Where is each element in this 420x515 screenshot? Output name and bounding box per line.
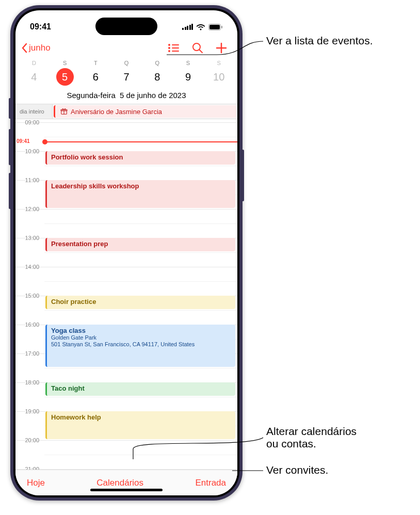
event-title: Presentation prep: [51, 240, 231, 248]
svg-rect-8: [172, 51, 179, 52]
gift-icon: [60, 108, 68, 115]
hour-label: 15:00: [18, 293, 42, 299]
day-number: 7: [118, 68, 135, 86]
inbox-button[interactable]: Entrada: [195, 478, 226, 488]
cellular-icon: [182, 24, 193, 30]
search-icon: [192, 42, 203, 54]
day-number: 5: [56, 68, 74, 86]
hour-label: 13:00: [18, 235, 42, 241]
event-title: Taco night: [51, 384, 231, 392]
svg-line-10: [200, 50, 203, 53]
callout-invites: Ver convites.: [266, 464, 328, 476]
calendars-button[interactable]: Calendários: [96, 478, 143, 488]
all-day-event-title: Aniversário de Jasmine Garcia: [71, 108, 162, 116]
day-number: 8: [149, 68, 166, 86]
chevron-left-icon: [21, 43, 28, 53]
day-cell[interactable]: 4: [19, 68, 50, 86]
hour-label: 19:00: [18, 408, 42, 414]
calendar-event[interactable]: Leadership skills workshop: [45, 180, 235, 208]
dow-label: S: [173, 60, 204, 66]
half-hour-gridline: [44, 310, 237, 311]
day-number: 4: [25, 68, 43, 86]
hour-label: 20:00: [18, 437, 42, 443]
event-address: 501 Stanyan St, San Francisco, CA 94117,…: [51, 341, 231, 348]
callout-events-list: Ver a lista de eventos.: [266, 35, 373, 47]
calendar-event[interactable]: Homework help: [45, 411, 235, 439]
hour-label: 18:00: [18, 379, 42, 385]
calendar-event[interactable]: Yoga classGolden Gate Park501 Stanyan St…: [45, 325, 235, 367]
dow-label: T: [80, 60, 111, 66]
hour-label: 09:00: [18, 119, 42, 125]
search-button[interactable]: [187, 39, 208, 57]
hour-label: 11:00: [18, 177, 42, 183]
event-title: Yoga class: [51, 327, 231, 334]
day-number: 10: [210, 68, 228, 86]
half-hour-gridline: [44, 223, 237, 224]
now-time-label: 09:41: [17, 138, 31, 144]
half-hour-gridline: [44, 166, 237, 166]
callout-line1: Alterar calendários: [266, 425, 357, 437]
half-hour-gridline: [44, 397, 237, 397]
event-title: Leadership skills workshop: [51, 182, 231, 190]
day-cell[interactable]: 7: [111, 68, 142, 86]
half-hour-gridline: [44, 137, 237, 137]
dow-label: S: [203, 60, 234, 66]
svg-rect-15: [61, 110, 67, 111]
calendar-event[interactable]: Choir practice: [45, 296, 235, 309]
hour-label: 14:00: [18, 264, 42, 270]
add-event-button[interactable]: [211, 39, 232, 57]
hour-label: 21:00: [18, 466, 42, 470]
week-days-row: 45678910: [15, 66, 237, 91]
dow-label: Q: [142, 60, 173, 66]
hour-label: 12:00: [18, 206, 42, 212]
hour-label: 16:00: [18, 321, 42, 328]
week-dow-row: DSTQQSS: [15, 59, 237, 66]
calendar-event[interactable]: Portfolio work session: [45, 151, 235, 165]
day-cell[interactable]: 5: [50, 68, 80, 86]
day-number: 9: [179, 68, 197, 86]
event-title: Choir practice: [51, 298, 231, 305]
event-location: Golden Gate Park: [51, 334, 231, 341]
bottom-toolbar: Hoje Calendários Entrada: [15, 470, 237, 495]
hour-gridline: 21:00: [15, 469, 237, 470]
dow-label: S: [50, 60, 80, 66]
svg-rect-6: [172, 47, 179, 49]
half-hour-gridline: [44, 455, 237, 455]
timeline[interactable]: 09:0010:0011:0012:0013:0014:0015:0016:00…: [15, 119, 237, 470]
svg-rect-4: [172, 44, 179, 45]
hour-label: 10:00: [18, 148, 42, 154]
today-button[interactable]: Hoje: [27, 478, 45, 488]
plus-icon: [216, 42, 227, 54]
day-cell[interactable]: 10: [203, 68, 234, 86]
day-cell[interactable]: 8: [142, 68, 173, 86]
dow-label: Q: [111, 60, 142, 66]
all-day-event[interactable]: Aniversário de Jasmine Garcia: [54, 105, 236, 118]
back-label: junho: [29, 43, 51, 53]
day-cell[interactable]: 9: [173, 68, 204, 86]
now-bar: [44, 141, 237, 142]
half-hour-gridline: [44, 252, 237, 253]
wifi-icon: [196, 24, 205, 30]
half-hour-gridline: [44, 281, 237, 282]
svg-point-7: [168, 50, 170, 52]
date-line-date: 5 de junho de 2023: [120, 91, 186, 100]
day-number: 6: [87, 68, 104, 86]
all-day-row: dia inteiro Aniversário de Jasmine Garci…: [15, 104, 237, 119]
svg-point-3: [168, 44, 170, 46]
calendar-event[interactable]: Taco night: [45, 382, 235, 396]
calendar-event[interactable]: Presentation prep: [45, 238, 235, 251]
day-cell[interactable]: 6: [80, 68, 111, 86]
svg-rect-1: [209, 25, 220, 29]
nav-header: junho: [15, 37, 237, 59]
dow-label: D: [19, 60, 50, 66]
callout-line2: ou contas.: [266, 438, 316, 449]
hour-label: 17:00: [18, 350, 42, 357]
event-title: Portfolio work session: [51, 153, 231, 161]
callout-change-calendars: Alterar calendários ou contas.: [266, 425, 357, 450]
half-hour-gridline: [44, 368, 237, 368]
svg-rect-2: [221, 26, 222, 28]
list-icon: [168, 43, 180, 53]
back-button[interactable]: junho: [18, 41, 54, 55]
list-view-button[interactable]: [163, 39, 185, 57]
status-time: 09:41: [30, 22, 51, 31]
